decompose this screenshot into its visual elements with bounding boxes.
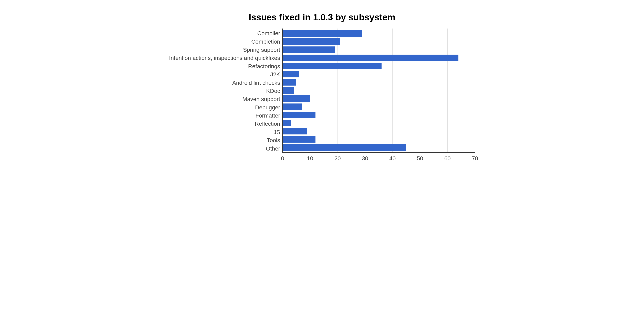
x-label: 60 xyxy=(444,155,451,162)
bar-row xyxy=(283,143,475,152)
x-label: 10 xyxy=(307,155,313,162)
x-label: 70 xyxy=(472,155,478,162)
bar xyxy=(283,30,362,37)
x-label: 50 xyxy=(417,155,423,162)
x-label: 0 xyxy=(281,155,284,162)
bar-row xyxy=(283,62,475,70)
bar xyxy=(283,144,406,151)
bar xyxy=(283,120,291,126)
bar xyxy=(283,79,296,85)
bar-row xyxy=(283,29,475,37)
chart-title: Issues fixed in 1.0.3 by subsystem xyxy=(169,12,475,22)
x-axis-labels: 010203040506070 xyxy=(283,153,475,161)
bars-group xyxy=(283,28,475,152)
bar-row xyxy=(283,86,475,94)
bar xyxy=(283,128,307,134)
chart-body: CompilerCompletionSpring supportIntentio… xyxy=(169,28,475,153)
y-label: Compiler xyxy=(169,29,280,37)
bar xyxy=(283,55,458,61)
bar xyxy=(283,87,294,94)
bar xyxy=(283,112,316,118)
y-label: J2K xyxy=(169,70,280,79)
bar-row xyxy=(283,103,475,111)
chart-container: Issues fixed in 1.0.3 by subsystem Compi… xyxy=(169,12,475,161)
bar-row xyxy=(283,46,475,54)
bar xyxy=(283,71,299,77)
bar-row xyxy=(283,78,475,86)
x-axis-spacer xyxy=(169,153,283,161)
y-label: Tools xyxy=(169,136,280,144)
y-label: Spring support xyxy=(169,46,280,54)
bar-row xyxy=(283,70,475,78)
bar xyxy=(283,38,340,45)
plot-area xyxy=(282,28,475,153)
y-label: Formatter xyxy=(169,112,280,120)
bar-row xyxy=(283,37,475,46)
y-label: Other xyxy=(169,145,280,153)
y-label: Completion xyxy=(169,38,280,46)
x-label: 40 xyxy=(389,155,396,162)
bar xyxy=(283,95,310,102)
y-label: JS xyxy=(169,128,280,136)
bar-row xyxy=(283,135,475,143)
x-label: 30 xyxy=(362,155,368,162)
y-label: Intention actions, inspections and quick… xyxy=(169,54,280,62)
y-label: KDoc xyxy=(169,87,280,95)
y-label: Debugger xyxy=(169,103,280,112)
y-label: Reflection xyxy=(169,120,280,128)
bar-row xyxy=(283,127,475,135)
bar xyxy=(283,46,335,53)
bar-row xyxy=(283,111,475,119)
bar xyxy=(283,63,382,69)
y-label: Android lint checks xyxy=(169,79,280,87)
bar-row xyxy=(283,119,475,127)
y-axis-labels: CompilerCompletionSpring supportIntentio… xyxy=(169,28,282,153)
y-label: Maven support xyxy=(169,95,280,103)
x-axis: 010203040506070 xyxy=(169,153,475,161)
bar xyxy=(283,103,302,110)
y-label: Refactorings xyxy=(169,62,280,70)
bar-row xyxy=(283,54,475,62)
bar xyxy=(283,136,316,143)
x-label: 20 xyxy=(334,155,341,162)
bar-row xyxy=(283,94,475,103)
